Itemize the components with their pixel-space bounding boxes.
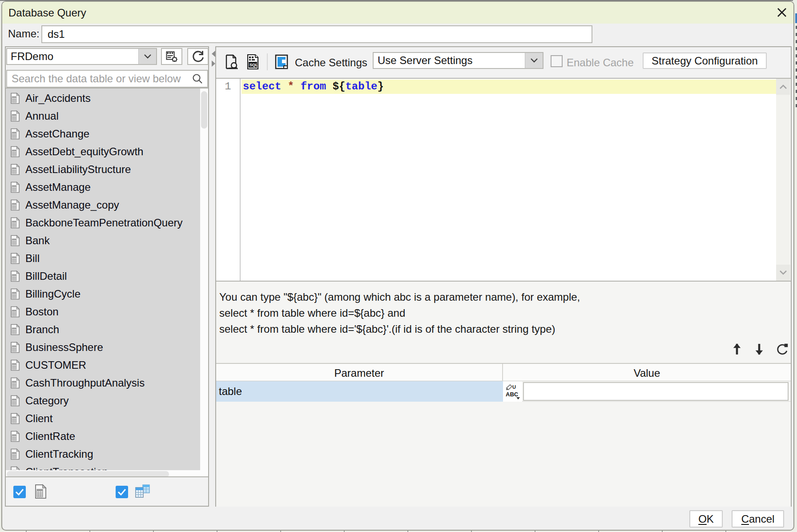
table-list-item[interactable]: Bill — [6, 250, 200, 267]
refresh-parameters-button[interactable] — [776, 342, 789, 356]
table-list-item[interactable]: AssetChange — [6, 125, 200, 143]
table-icon — [10, 359, 20, 371]
vertical-scrollbar[interactable] — [200, 89, 208, 470]
sql-file-button[interactable]: SQL — [246, 53, 261, 71]
move-down-button[interactable] — [754, 342, 764, 356]
help-line: select * from table where id='${abc}'.(i… — [219, 321, 580, 337]
table-list-item[interactable]: AssetManage_copy — [6, 196, 200, 214]
table-icon — [10, 288, 20, 300]
close-icon — [777, 7, 787, 18]
enable-cache-checkbox[interactable] — [551, 55, 563, 67]
table-list-item[interactable]: AssetDebt_equityGrowth — [6, 143, 200, 161]
table-list-item[interactable]: Annual — [6, 107, 200, 125]
table-list-item[interactable]: ClientRate — [6, 427, 200, 445]
connection-value: FRDemo — [7, 49, 138, 64]
table-list-item[interactable]: Bank — [6, 232, 200, 250]
value-type-selector[interactable]: U ABC — [503, 381, 522, 402]
name-label: Name: — [8, 28, 40, 40]
database-settings-icon — [165, 50, 178, 63]
table-name: BusinessSphere — [25, 341, 103, 354]
move-up-button[interactable] — [732, 342, 742, 356]
horizontal-scrollbar-thumb[interactable] — [7, 471, 169, 477]
chevron-down-icon[interactable] — [525, 53, 543, 68]
table-list-item[interactable]: ClientTracking — [6, 445, 200, 463]
chevron-up-icon — [779, 84, 787, 89]
table-name: CUSTOMER — [25, 359, 86, 371]
close-button[interactable] — [777, 7, 787, 18]
horizontal-scrollbar[interactable] — [6, 470, 208, 477]
table-icon — [10, 342, 20, 353]
table-list-item[interactable]: CashThroughputAnalysis — [6, 374, 200, 392]
table-list[interactable]: Air_AccidentsAnnualAssetChangeAssetDebt_… — [6, 88, 208, 477]
svg-text:ABC: ABC — [506, 391, 519, 398]
cache-settings-icon — [274, 53, 289, 71]
svg-text:SQL: SQL — [250, 63, 258, 67]
table-name: BackboneTeamPenetrationQuery — [25, 217, 183, 229]
table-list-item[interactable]: Boston — [6, 303, 200, 321]
table-name: AssetManage_copy — [25, 199, 119, 211]
table-icon — [10, 128, 20, 140]
table-name: Bill — [25, 252, 40, 265]
table-list-item[interactable]: BackboneTeamPenetrationQuery — [6, 214, 200, 232]
table-name: AssetChange — [25, 128, 89, 140]
editor-scrollbar[interactable] — [776, 79, 790, 281]
parameter-section: You can type "${abc}" (among which abc i… — [216, 282, 791, 507]
scroll-down-button[interactable] — [776, 265, 790, 281]
chevron-down-icon[interactable] — [138, 49, 156, 64]
sql-editor[interactable]: 1 select * from ${table} — [216, 79, 791, 281]
table-list-item[interactable]: BillDetail — [6, 267, 200, 285]
strategy-configuration-button[interactable]: Strategy Configuration — [643, 52, 767, 69]
parameter-table-row[interactable]: table U ABC — [216, 381, 791, 402]
parameter-value-input[interactable] — [523, 382, 789, 401]
table-icon — [10, 146, 20, 157]
table-name: ClientTransaction — [25, 466, 108, 470]
table-list-item[interactable]: AssetManage — [6, 178, 200, 196]
table-name: ClientTracking — [25, 448, 93, 460]
search-icon — [188, 73, 207, 85]
connection-refresh-button[interactable] — [187, 48, 209, 65]
parameter-table-header: Parameter Value — [216, 363, 791, 381]
table-name: BillDetail — [25, 270, 67, 282]
editor-gutter: 1 — [216, 79, 241, 281]
table-list-item[interactable]: ClientTransaction — [6, 463, 200, 470]
table-list-item[interactable]: Client — [6, 410, 200, 427]
show-tables-checkbox[interactable] — [13, 486, 26, 498]
cancel-button[interactable]: Cancel — [732, 510, 784, 528]
connection-settings-button[interactable] — [161, 48, 182, 65]
data-view-icon — [134, 484, 151, 499]
table-list-item[interactable]: AssetLiabilityStructure — [6, 161, 200, 178]
cache-mode-value: Use Server Settings — [374, 53, 525, 68]
table-list-item[interactable]: CUSTOMER — [6, 356, 200, 374]
table-icon — [10, 110, 20, 122]
cache-mode-combobox[interactable]: Use Server Settings — [373, 52, 543, 69]
scroll-up-button[interactable] — [776, 79, 790, 95]
table-icon — [10, 448, 20, 460]
table-list-item[interactable]: Branch — [6, 321, 200, 339]
table-icon — [10, 217, 20, 229]
ok-button[interactable]: OK — [689, 510, 723, 528]
sql-code-line: select * from ${table} — [243, 80, 384, 94]
name-input[interactable]: ds1 — [41, 25, 592, 43]
search-input[interactable]: Search the data table or view below — [6, 70, 208, 88]
connection-combobox[interactable]: FRDemo — [6, 48, 157, 65]
preview-query-button[interactable] — [224, 53, 239, 71]
show-views-checkbox[interactable] — [116, 486, 128, 498]
parameter-name-cell[interactable]: table — [216, 381, 503, 402]
table-icon — [10, 253, 20, 264]
vertical-scrollbar-thumb[interactable] — [201, 91, 207, 129]
table-name: Category — [25, 395, 68, 407]
table-list-item[interactable]: BillingCycle — [6, 285, 200, 303]
table-icon — [10, 306, 20, 318]
table-list-item[interactable]: Category — [6, 392, 200, 410]
table-name: Client — [25, 412, 52, 425]
table-list-item[interactable]: Air_Accidents — [6, 89, 200, 107]
table-list-item[interactable]: BusinessSphere — [6, 339, 200, 356]
table-name: ClientRate — [25, 430, 75, 443]
table-icon — [10, 395, 20, 407]
table-icon — [10, 413, 20, 424]
cache-settings-label: Cache Settings — [295, 47, 367, 78]
table-icon — [10, 164, 20, 175]
table-name: CashThroughputAnalysis — [25, 377, 145, 389]
table-name: AssetLiabilityStructure — [25, 163, 131, 176]
titlebar: Database Query — [2, 2, 793, 24]
